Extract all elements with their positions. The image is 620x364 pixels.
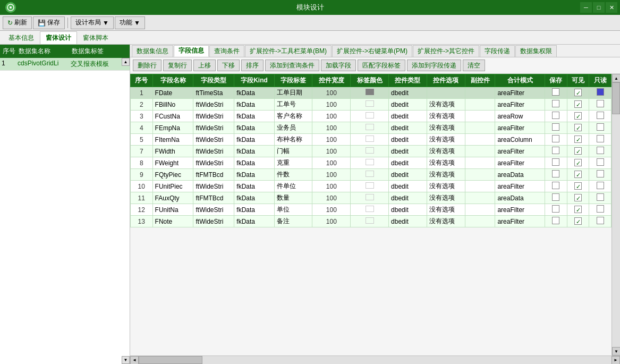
cell-field-name[interactable]: FNote	[152, 216, 193, 227]
cell-ctrl-type[interactable]: dbedit	[389, 216, 427, 227]
readonly-checkbox[interactable]	[597, 217, 604, 224]
cell-ctrl-type[interactable]: dbedit	[389, 99, 427, 111]
nav-tab-basic[interactable]: 基本信息	[3, 31, 40, 44]
nav-tab-body[interactable]: 窗体设计	[40, 31, 77, 44]
readonly-checkbox[interactable]	[597, 88, 604, 96]
cell-sub-ctrl[interactable]	[465, 204, 495, 216]
delete-row-button[interactable]: 删除行	[133, 60, 162, 71]
cell-readonly[interactable]	[589, 204, 611, 216]
cell-save[interactable]	[545, 192, 567, 204]
cell-save[interactable]	[545, 157, 567, 169]
cell-field-label[interactable]: 克重	[274, 157, 312, 169]
cell-field-label[interactable]: 件数	[274, 169, 312, 181]
cell-sub-ctrl[interactable]	[465, 169, 495, 181]
visible-checkbox[interactable]: ✓	[574, 171, 582, 178]
cell-field-label[interactable]: 业务员	[274, 122, 312, 134]
cell-total-mode[interactable]: areaFilter	[495, 146, 545, 157]
sub-tab-dataset-info[interactable]: 数据集信息	[132, 45, 173, 57]
save-checkbox[interactable]	[552, 193, 559, 201]
cell-ctrl-opt[interactable]	[427, 87, 465, 99]
cell-ctrl-opt[interactable]: 没有选项	[427, 204, 465, 216]
cell-field-name[interactable]: FUnitPiec	[152, 181, 193, 192]
scroll-up-button[interactable]: ▲	[612, 74, 620, 82]
cell-sub-ctrl[interactable]	[465, 181, 495, 192]
cell-label-color[interactable]	[351, 134, 389, 146]
cell-visible[interactable]: ✓	[567, 169, 589, 181]
save-checkbox[interactable]	[552, 135, 559, 142]
cell-ctrl-opt[interactable]: 没有选项	[427, 181, 465, 192]
cell-field-name[interactable]: FQtyPiec	[152, 169, 193, 181]
horizontal-scrollbar[interactable]: ◄ ►	[130, 355, 620, 364]
cell-field-label[interactable]: 客户名称	[274, 111, 312, 122]
cell-readonly[interactable]	[589, 157, 611, 169]
cell-save[interactable]	[545, 169, 567, 181]
visible-checkbox[interactable]: ✓	[574, 124, 582, 131]
visible-checkbox[interactable]: ✓	[574, 217, 582, 225]
sub-tab-ext-other[interactable]: 扩展控件->其它控件	[413, 45, 479, 57]
add-trans-button[interactable]: 添加到字段传递	[407, 60, 461, 71]
visible-checkbox[interactable]: ✓	[574, 206, 582, 213]
save-checkbox[interactable]	[552, 205, 559, 213]
move-down-button[interactable]: 下移	[217, 60, 240, 71]
cell-label-color[interactable]	[351, 99, 389, 111]
table-row[interactable]: 2 FBillNo ftWideStri fkData 工单号 100 dbed…	[131, 99, 611, 111]
table-row[interactable]: 7 FWidth ftWideStri fkData 门幅 100 dbedit…	[131, 146, 611, 157]
cell-visible[interactable]: ✓	[567, 99, 589, 111]
cell-field-name[interactable]: FAuxQty	[152, 192, 193, 204]
cell-label-color[interactable]	[351, 204, 389, 216]
cell-readonly[interactable]	[589, 122, 611, 134]
readonly-checkbox[interactable]	[597, 170, 604, 177]
save-checkbox[interactable]	[552, 170, 559, 177]
save-button[interactable]: 💾 保存	[33, 16, 65, 29]
cell-total-mode[interactable]: areaFilter	[495, 204, 545, 216]
cell-total-mode[interactable]: areaData	[495, 192, 545, 204]
cell-sub-ctrl[interactable]	[465, 87, 495, 99]
cell-ctrl-width[interactable]: 100	[312, 181, 351, 192]
cell-ctrl-type[interactable]: dbedit	[389, 122, 427, 134]
cell-sub-ctrl[interactable]	[465, 216, 495, 227]
table-row[interactable]: 13 FNote ftWideStri fkData 备注 100 dbedit…	[131, 216, 611, 227]
cell-ctrl-width[interactable]: 100	[312, 192, 351, 204]
save-checkbox[interactable]	[552, 100, 559, 107]
cell-ctrl-opt[interactable]: 没有选项	[427, 157, 465, 169]
cell-field-name[interactable]: FWeight	[152, 157, 193, 169]
cell-label-color[interactable]	[351, 111, 389, 122]
readonly-checkbox[interactable]	[597, 112, 604, 119]
visible-checkbox[interactable]: ✓	[574, 147, 582, 155]
sub-tab-ext-right[interactable]: 扩展控件->右键菜单(PM)	[332, 45, 412, 57]
minimize-button[interactable]: ─	[580, 2, 592, 13]
table-row[interactable]: 4 FEmpNa ftWideStri fkData 业务员 100 dbedi…	[131, 122, 611, 134]
scroll-h-track[interactable]	[139, 356, 611, 364]
visible-checkbox[interactable]: ✓	[574, 89, 582, 96]
refresh-button[interactable]: 刷新	[3, 16, 32, 29]
layout-button[interactable]: 设计布局 ▼	[71, 16, 114, 29]
cell-visible[interactable]: ✓	[567, 216, 589, 227]
cell-ctrl-type[interactable]: dbedit	[389, 181, 427, 192]
visible-checkbox[interactable]: ✓	[574, 182, 582, 190]
match-label-button[interactable]: 匹配字段标签	[358, 60, 405, 71]
save-checkbox[interactable]	[552, 217, 559, 224]
cell-total-mode[interactable]: areaFilter	[495, 181, 545, 192]
cell-ctrl-width[interactable]: 100	[312, 204, 351, 216]
cell-visible[interactable]: ✓	[567, 181, 589, 192]
data-table-container[interactable]: 序号 字段名称 字段类型 字段Kind 字段标签 控件宽度 标签颜色 控件类型 …	[130, 74, 611, 355]
table-row[interactable]: 3 FCustNa ftWideStri fkData 客户名称 100 dbe…	[131, 111, 611, 122]
cell-ctrl-type[interactable]: dbedit	[389, 169, 427, 181]
cell-field-label[interactable]: 布种名称	[274, 134, 312, 146]
readonly-checkbox[interactable]	[597, 100, 604, 107]
cell-ctrl-opt[interactable]: 没有选项	[427, 146, 465, 157]
visible-checkbox[interactable]: ✓	[574, 136, 582, 143]
cell-field-name[interactable]: FBillNo	[152, 99, 193, 111]
cell-readonly[interactable]	[589, 146, 611, 157]
cell-ctrl-width[interactable]: 100	[312, 122, 351, 134]
cell-field-label[interactable]: 工单号	[274, 99, 312, 111]
scroll-track[interactable]	[612, 82, 620, 347]
close-button[interactable]: ✕	[606, 2, 617, 13]
clear-button[interactable]: 清空	[463, 60, 485, 71]
cell-label-color[interactable]	[351, 169, 389, 181]
sort-button[interactable]: 排序	[241, 60, 264, 71]
scroll-h-thumb[interactable]	[139, 356, 202, 364]
add-query-button[interactable]: 添加到查询条件	[265, 60, 319, 71]
save-checkbox[interactable]	[552, 182, 559, 189]
readonly-checkbox[interactable]	[597, 158, 604, 166]
